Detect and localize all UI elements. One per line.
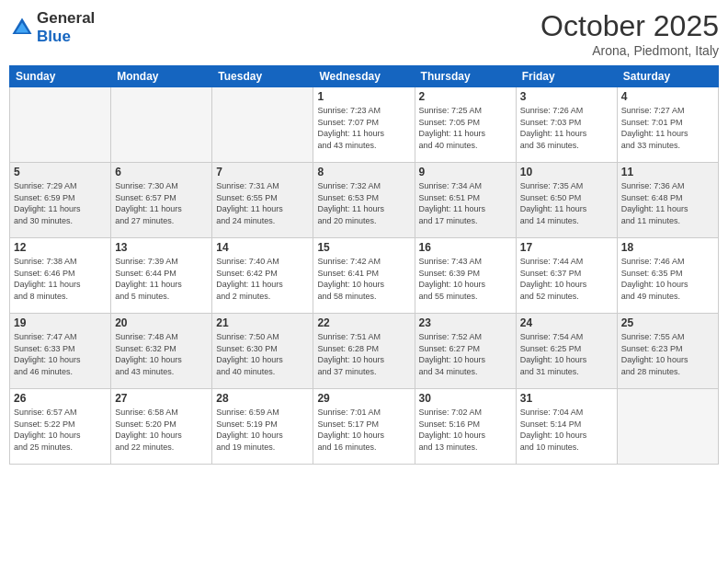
table-row: 30Sunrise: 7:02 AMSunset: 5:16 PMDayligh…: [415, 389, 516, 465]
header-thursday: Thursday: [415, 66, 516, 87]
table-row: 1Sunrise: 7:23 AMSunset: 7:07 PMDaylight…: [313, 87, 415, 163]
day-number: 15: [317, 241, 410, 254]
day-info: Sunrise: 7:42 AMSunset: 6:41 PMDaylight:…: [317, 256, 410, 302]
day-info: Sunrise: 7:50 AMSunset: 6:30 PMDaylight:…: [216, 331, 309, 377]
day-number: 16: [419, 241, 512, 254]
calendar-header-row: Sunday Monday Tuesday Wednesday Thursday…: [10, 66, 719, 87]
day-info: Sunrise: 7:25 AMSunset: 7:05 PMDaylight:…: [419, 105, 512, 151]
day-info: Sunrise: 7:52 AMSunset: 6:27 PMDaylight:…: [419, 331, 512, 377]
table-row: 26Sunrise: 6:57 AMSunset: 5:22 PMDayligh…: [10, 389, 111, 465]
day-info: Sunrise: 7:55 AMSunset: 6:23 PMDaylight:…: [621, 331, 714, 377]
calendar-week-row: 5Sunrise: 7:29 AMSunset: 6:59 PMDaylight…: [10, 163, 719, 238]
table-row: 7Sunrise: 7:31 AMSunset: 6:55 PMDaylight…: [212, 163, 313, 238]
day-info: Sunrise: 6:58 AMSunset: 5:20 PMDaylight:…: [115, 407, 208, 453]
table-row: 11Sunrise: 7:36 AMSunset: 6:48 PMDayligh…: [617, 163, 718, 238]
day-number: 6: [115, 166, 208, 178]
table-row: [617, 389, 718, 465]
day-info: Sunrise: 7:31 AMSunset: 6:55 PMDaylight:…: [216, 180, 309, 226]
table-row: 28Sunrise: 6:59 AMSunset: 5:19 PMDayligh…: [212, 389, 313, 465]
day-info: Sunrise: 6:59 AMSunset: 5:19 PMDaylight:…: [216, 407, 309, 453]
day-number: 2: [419, 90, 512, 103]
table-row: 27Sunrise: 6:58 AMSunset: 5:20 PMDayligh…: [111, 389, 212, 465]
calendar-week-row: 26Sunrise: 6:57 AMSunset: 5:22 PMDayligh…: [10, 389, 719, 465]
header-sunday: Sunday: [10, 66, 111, 87]
day-number: 4: [621, 90, 714, 103]
table-row: 24Sunrise: 7:54 AMSunset: 6:25 PMDayligh…: [516, 314, 617, 389]
day-info: Sunrise: 7:36 AMSunset: 6:48 PMDaylight:…: [621, 180, 714, 226]
day-info: Sunrise: 7:54 AMSunset: 6:25 PMDaylight:…: [520, 331, 613, 377]
day-info: Sunrise: 7:23 AMSunset: 7:07 PMDaylight:…: [317, 105, 410, 151]
table-row: 23Sunrise: 7:52 AMSunset: 6:27 PMDayligh…: [415, 314, 516, 389]
table-row: 16Sunrise: 7:43 AMSunset: 6:39 PMDayligh…: [415, 238, 516, 314]
header-saturday: Saturday: [617, 66, 718, 87]
table-row: 19Sunrise: 7:47 AMSunset: 6:33 PMDayligh…: [10, 314, 111, 389]
header: General Blue October 2025 Arona, Piedmon…: [9, 9, 719, 58]
logo-text: General Blue: [37, 9, 95, 46]
calendar-week-row: 12Sunrise: 7:38 AMSunset: 6:46 PMDayligh…: [10, 238, 719, 314]
day-info: Sunrise: 7:30 AMSunset: 6:57 PMDaylight:…: [115, 180, 208, 226]
day-number: 1: [317, 90, 410, 103]
day-number: 12: [14, 241, 107, 254]
table-row: 13Sunrise: 7:39 AMSunset: 6:44 PMDayligh…: [111, 238, 212, 314]
day-number: 31: [520, 392, 613, 405]
day-info: Sunrise: 7:29 AMSunset: 6:59 PMDaylight:…: [14, 180, 107, 226]
day-info: Sunrise: 6:57 AMSunset: 5:22 PMDaylight:…: [14, 407, 107, 453]
table-row: 2Sunrise: 7:25 AMSunset: 7:05 PMDaylight…: [415, 87, 516, 163]
table-row: 5Sunrise: 7:29 AMSunset: 6:59 PMDaylight…: [10, 163, 111, 238]
day-number: 27: [115, 392, 208, 405]
day-number: 8: [317, 166, 410, 178]
day-number: 21: [216, 316, 309, 329]
day-number: 22: [317, 316, 410, 329]
day-number: 25: [621, 316, 714, 329]
day-number: 30: [419, 392, 512, 405]
title-block: October 2025 Arona, Piedmont, Italy: [540, 9, 719, 58]
table-row: 12Sunrise: 7:38 AMSunset: 6:46 PMDayligh…: [10, 238, 111, 314]
location: Arona, Piedmont, Italy: [540, 43, 719, 58]
day-info: Sunrise: 7:51 AMSunset: 6:28 PMDaylight:…: [317, 331, 410, 377]
table-row: 6Sunrise: 7:30 AMSunset: 6:57 PMDaylight…: [111, 163, 212, 238]
page: General Blue October 2025 Arona, Piedmon…: [0, 0, 728, 563]
day-info: Sunrise: 7:44 AMSunset: 6:37 PMDaylight:…: [520, 256, 613, 302]
table-row: 9Sunrise: 7:34 AMSunset: 6:51 PMDaylight…: [415, 163, 516, 238]
day-number: 10: [520, 166, 613, 178]
logo-icon: [9, 15, 35, 40]
table-row: [10, 87, 111, 163]
day-info: Sunrise: 7:32 AMSunset: 6:53 PMDaylight:…: [317, 180, 410, 226]
day-number: 14: [216, 241, 309, 254]
header-tuesday: Tuesday: [212, 66, 313, 87]
table-row: 25Sunrise: 7:55 AMSunset: 6:23 PMDayligh…: [617, 314, 718, 389]
day-number: 20: [115, 316, 208, 329]
day-info: Sunrise: 7:46 AMSunset: 6:35 PMDaylight:…: [621, 256, 714, 302]
day-info: Sunrise: 7:39 AMSunset: 6:44 PMDaylight:…: [115, 256, 208, 302]
header-monday: Monday: [111, 66, 212, 87]
day-number: 5: [14, 166, 107, 178]
table-row: 15Sunrise: 7:42 AMSunset: 6:41 PMDayligh…: [313, 238, 415, 314]
table-row: 10Sunrise: 7:35 AMSunset: 6:50 PMDayligh…: [516, 163, 617, 238]
day-info: Sunrise: 7:26 AMSunset: 7:03 PMDaylight:…: [520, 105, 613, 151]
day-info: Sunrise: 7:34 AMSunset: 6:51 PMDaylight:…: [419, 180, 512, 226]
day-info: Sunrise: 7:40 AMSunset: 6:42 PMDaylight:…: [216, 256, 309, 302]
table-row: 21Sunrise: 7:50 AMSunset: 6:30 PMDayligh…: [212, 314, 313, 389]
calendar-table: Sunday Monday Tuesday Wednesday Thursday…: [9, 65, 719, 465]
day-number: 3: [520, 90, 613, 103]
table-row: [212, 87, 313, 163]
table-row: 31Sunrise: 7:04 AMSunset: 5:14 PMDayligh…: [516, 389, 617, 465]
day-number: 26: [14, 392, 107, 405]
day-info: Sunrise: 7:04 AMSunset: 5:14 PMDaylight:…: [520, 407, 613, 453]
day-info: Sunrise: 7:43 AMSunset: 6:39 PMDaylight:…: [419, 256, 512, 302]
day-number: 9: [419, 166, 512, 178]
day-number: 29: [317, 392, 410, 405]
day-number: 7: [216, 166, 309, 178]
day-info: Sunrise: 7:35 AMSunset: 6:50 PMDaylight:…: [520, 180, 613, 226]
day-number: 19: [14, 316, 107, 329]
logo: General Blue: [9, 9, 95, 46]
table-row: 29Sunrise: 7:01 AMSunset: 5:17 PMDayligh…: [313, 389, 415, 465]
calendar-week-row: 1Sunrise: 7:23 AMSunset: 7:07 PMDaylight…: [10, 87, 719, 163]
day-number: 28: [216, 392, 309, 405]
header-wednesday: Wednesday: [313, 66, 415, 87]
table-row: [111, 87, 212, 163]
day-number: 17: [520, 241, 613, 254]
calendar-week-row: 19Sunrise: 7:47 AMSunset: 6:33 PMDayligh…: [10, 314, 719, 389]
day-info: Sunrise: 7:38 AMSunset: 6:46 PMDaylight:…: [14, 256, 107, 302]
table-row: 17Sunrise: 7:44 AMSunset: 6:37 PMDayligh…: [516, 238, 617, 314]
